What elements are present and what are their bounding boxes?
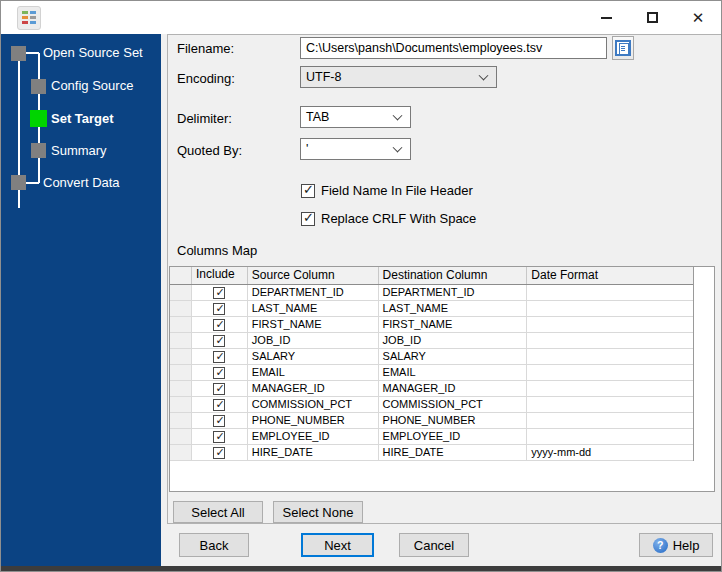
include-checkbox[interactable] <box>213 319 225 331</box>
source-column-cell[interactable]: EMAIL <box>248 365 379 381</box>
step-marker-summary[interactable] <box>31 143 46 158</box>
date-format-cell[interactable] <box>527 317 693 333</box>
include-checkbox[interactable] <box>213 303 225 315</box>
date-format-cell[interactable]: yyyy-mm-dd <box>527 445 693 461</box>
include-cell[interactable] <box>192 301 248 317</box>
date-format-cell[interactable] <box>527 333 693 349</box>
source-column-cell[interactable]: JOB_ID <box>248 333 379 349</box>
include-checkbox[interactable] <box>213 447 225 459</box>
date-format-cell[interactable] <box>527 381 693 397</box>
minimize-button[interactable] <box>583 1 629 34</box>
row-selector-cell[interactable] <box>170 317 192 333</box>
help-button[interactable]: ? Help <box>639 533 713 557</box>
include-checkbox[interactable] <box>213 431 225 443</box>
date-format-cell[interactable] <box>527 413 693 429</box>
source-column-cell[interactable]: LAST_NAME <box>248 301 379 317</box>
include-checkbox[interactable] <box>213 399 225 411</box>
include-cell[interactable] <box>192 381 248 397</box>
step-marker-set-target[interactable] <box>30 110 47 127</box>
row-selector-cell[interactable] <box>170 413 192 429</box>
include-checkbox[interactable] <box>213 415 225 427</box>
destination-column-header: Destination Column <box>379 267 528 284</box>
sidebar-item-summary[interactable]: Summary <box>51 143 107 158</box>
include-cell[interactable] <box>192 349 248 365</box>
destination-column-cell[interactable]: COMMISSION_PCT <box>379 397 528 413</box>
row-selector-cell[interactable] <box>170 397 192 413</box>
date-format-header: Date Format <box>527 267 693 284</box>
field-name-header-checkbox[interactable] <box>301 184 315 198</box>
include-checkbox[interactable] <box>213 335 225 347</box>
step-marker-open-source-set[interactable] <box>11 46 26 61</box>
include-cell[interactable] <box>192 333 248 349</box>
table-row: MANAGER_ID MANAGER_ID <box>170 381 693 397</box>
date-format-cell[interactable] <box>527 397 693 413</box>
destination-column-cell[interactable]: SALARY <box>379 349 528 365</box>
include-checkbox[interactable] <box>213 367 225 379</box>
include-cell[interactable] <box>192 445 248 461</box>
cancel-button[interactable]: Cancel <box>399 533 469 557</box>
destination-column-cell[interactable]: FIRST_NAME <box>379 317 528 333</box>
date-format-cell[interactable] <box>527 301 693 317</box>
source-column-cell[interactable]: SALARY <box>248 349 379 365</box>
select-all-button[interactable]: Select All <box>173 501 263 523</box>
date-format-cell[interactable] <box>527 349 693 365</box>
maximize-button[interactable] <box>629 1 675 34</box>
include-cell[interactable] <box>192 285 248 301</box>
filename-input[interactable]: C:\Users\pansh\Documents\employees.tsv <box>300 37 607 59</box>
table-row: PHONE_NUMBER PHONE_NUMBER <box>170 413 693 429</box>
step-marker-convert-data[interactable] <box>11 175 26 190</box>
destination-column-cell[interactable]: HIRE_DATE <box>379 445 528 461</box>
sidebar-item-config-source[interactable]: Config Source <box>51 78 133 93</box>
row-selector-cell[interactable] <box>170 285 192 301</box>
include-cell[interactable] <box>192 317 248 333</box>
source-column-cell[interactable]: HIRE_DATE <box>248 445 379 461</box>
date-format-cell[interactable] <box>527 365 693 381</box>
titlebar: ✕ <box>1 1 721 34</box>
source-column-cell[interactable]: EMPLOYEE_ID <box>248 429 379 445</box>
row-selector-cell[interactable] <box>170 429 192 445</box>
include-checkbox[interactable] <box>213 351 225 363</box>
row-selector-cell[interactable] <box>170 333 192 349</box>
include-cell[interactable] <box>192 397 248 413</box>
date-format-cell[interactable] <box>527 285 693 301</box>
include-cell[interactable] <box>192 429 248 445</box>
back-button[interactable]: Back <box>179 533 249 557</box>
destination-column-cell[interactable]: EMPLOYEE_ID <box>379 429 528 445</box>
help-icon: ? <box>653 538 668 553</box>
table-row: FIRST_NAME FIRST_NAME <box>170 317 693 333</box>
include-cell[interactable] <box>192 365 248 381</box>
row-selector-cell[interactable] <box>170 381 192 397</box>
destination-column-cell[interactable]: MANAGER_ID <box>379 381 528 397</box>
next-button[interactable]: Next <box>301 533 374 557</box>
sidebar-item-convert-data[interactable]: Convert Data <box>43 175 120 190</box>
sidebar-item-open-source-set[interactable]: Open Source Set <box>43 45 143 60</box>
step-marker-config-source[interactable] <box>31 79 46 94</box>
delimiter-select[interactable]: TAB <box>300 106 411 128</box>
include-cell[interactable] <box>192 413 248 429</box>
source-column-cell[interactable]: COMMISSION_PCT <box>248 397 379 413</box>
source-column-cell[interactable]: FIRST_NAME <box>248 317 379 333</box>
include-checkbox[interactable] <box>213 287 225 299</box>
include-checkbox[interactable] <box>213 383 225 395</box>
source-column-cell[interactable]: MANAGER_ID <box>248 381 379 397</box>
destination-column-cell[interactable]: EMAIL <box>379 365 528 381</box>
row-selector-cell[interactable] <box>170 445 192 461</box>
source-column-cell[interactable]: PHONE_NUMBER <box>248 413 379 429</box>
quoted-by-select[interactable]: ' <box>300 138 411 160</box>
row-selector-cell[interactable] <box>170 349 192 365</box>
date-format-cell[interactable] <box>527 429 693 445</box>
source-column-cell[interactable]: DEPARTMENT_ID <box>248 285 379 301</box>
row-selector-header <box>170 267 192 284</box>
encoding-select[interactable]: UTF-8 <box>300 66 497 88</box>
sidebar-item-set-target[interactable]: Set Target <box>51 111 114 126</box>
destination-column-cell[interactable]: PHONE_NUMBER <box>379 413 528 429</box>
close-button[interactable]: ✕ <box>675 1 721 34</box>
browse-button[interactable] <box>612 36 634 60</box>
row-selector-cell[interactable] <box>170 365 192 381</box>
destination-column-cell[interactable]: DEPARTMENT_ID <box>379 285 528 301</box>
destination-column-cell[interactable]: LAST_NAME <box>379 301 528 317</box>
replace-crlf-checkbox[interactable] <box>301 212 315 226</box>
row-selector-cell[interactable] <box>170 301 192 317</box>
select-none-button[interactable]: Select None <box>273 501 363 523</box>
destination-column-cell[interactable]: JOB_ID <box>379 333 528 349</box>
